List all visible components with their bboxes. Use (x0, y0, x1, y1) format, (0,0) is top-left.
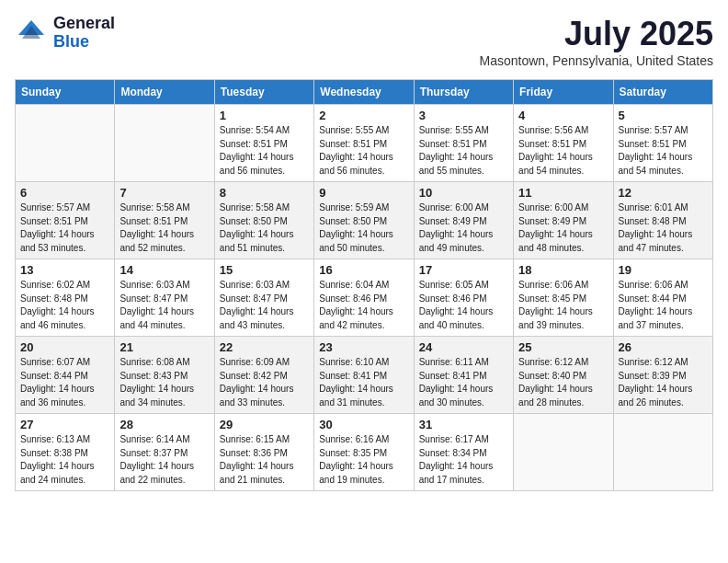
day-number: 26 (619, 340, 708, 354)
calendar-cell: 22Sunrise: 6:09 AMSunset: 8:42 PMDayligh… (214, 337, 313, 414)
weekday-header-sunday: Sunday (16, 80, 115, 105)
day-info: Sunrise: 6:00 AMSunset: 8:49 PMDaylight:… (419, 201, 508, 255)
logo: General Blue (15, 15, 115, 52)
day-number: 22 (220, 340, 309, 354)
calendar-cell: 16Sunrise: 6:04 AMSunset: 8:46 PMDayligh… (314, 259, 414, 337)
day-info: Sunrise: 6:06 AMSunset: 8:44 PMDaylight:… (619, 279, 708, 332)
calendar-cell: 6Sunrise: 5:57 AMSunset: 8:51 PMDaylight… (16, 182, 115, 259)
day-info: Sunrise: 6:14 AMSunset: 8:37 PMDaylight:… (119, 433, 209, 487)
day-number: 24 (419, 340, 508, 354)
calendar-cell: 13Sunrise: 6:02 AMSunset: 8:48 PMDayligh… (16, 259, 115, 337)
day-info: Sunrise: 6:03 AMSunset: 8:47 PMDaylight:… (220, 279, 309, 332)
day-number: 15 (220, 263, 309, 277)
calendar-cell: 27Sunrise: 6:13 AMSunset: 8:38 PMDayligh… (16, 414, 115, 491)
month-title: July 2025 (480, 15, 713, 53)
calendar-cell: 25Sunrise: 6:12 AMSunset: 8:40 PMDayligh… (514, 337, 613, 414)
calendar-cell (613, 414, 712, 491)
calendar-cell: 8Sunrise: 5:58 AMSunset: 8:50 PMDaylight… (214, 182, 313, 259)
day-info: Sunrise: 6:00 AMSunset: 8:49 PMDaylight:… (518, 201, 608, 255)
calendar-cell: 29Sunrise: 6:15 AMSunset: 8:36 PMDayligh… (214, 414, 313, 491)
calendar-cell: 7Sunrise: 5:58 AMSunset: 8:51 PMDaylight… (115, 182, 214, 259)
day-info: Sunrise: 5:57 AMSunset: 8:51 PMDaylight:… (619, 124, 708, 178)
calendar-cell (115, 105, 214, 182)
calendar-cell: 30Sunrise: 6:16 AMSunset: 8:35 PMDayligh… (314, 414, 414, 491)
location: Masontown, Pennsylvania, United States (480, 53, 713, 68)
logo-general: General (53, 15, 115, 33)
calendar-cell: 28Sunrise: 6:14 AMSunset: 8:37 PMDayligh… (115, 414, 214, 491)
calendar-cell: 18Sunrise: 6:06 AMSunset: 8:45 PMDayligh… (514, 259, 613, 337)
day-info: Sunrise: 6:12 AMSunset: 8:39 PMDaylight:… (619, 356, 708, 409)
calendar-cell: 19Sunrise: 6:06 AMSunset: 8:44 PMDayligh… (613, 259, 712, 337)
day-info: Sunrise: 6:10 AMSunset: 8:41 PMDaylight:… (319, 356, 408, 409)
day-number: 9 (319, 186, 408, 200)
calendar-cell: 9Sunrise: 5:59 AMSunset: 8:50 PMDaylight… (314, 182, 414, 259)
calendar-week-row: 1Sunrise: 5:54 AMSunset: 8:51 PMDaylight… (16, 105, 713, 182)
weekday-header-wednesday: Wednesday (314, 80, 414, 105)
day-number: 27 (20, 418, 109, 431)
calendar-cell: 11Sunrise: 6:00 AMSunset: 8:49 PMDayligh… (514, 182, 613, 259)
weekday-header-monday: Monday (115, 80, 214, 105)
day-info: Sunrise: 5:56 AMSunset: 8:51 PMDaylight:… (518, 124, 608, 178)
weekday-header-tuesday: Tuesday (214, 80, 313, 105)
calendar-cell: 2Sunrise: 5:55 AMSunset: 8:51 PMDaylight… (314, 105, 414, 182)
day-number: 16 (319, 263, 408, 277)
logo-blue: Blue (53, 33, 115, 52)
day-info: Sunrise: 6:08 AMSunset: 8:43 PMDaylight:… (119, 356, 209, 409)
calendar-cell: 23Sunrise: 6:10 AMSunset: 8:41 PMDayligh… (314, 337, 414, 414)
day-number: 19 (619, 263, 708, 277)
day-info: Sunrise: 5:58 AMSunset: 8:51 PMDaylight:… (119, 201, 209, 255)
day-info: Sunrise: 6:11 AMSunset: 8:41 PMDaylight:… (419, 356, 508, 409)
calendar-week-row: 20Sunrise: 6:07 AMSunset: 8:44 PMDayligh… (16, 337, 713, 414)
weekday-header-row: SundayMondayTuesdayWednesdayThursdayFrid… (16, 80, 713, 105)
calendar-cell: 3Sunrise: 5:55 AMSunset: 8:51 PMDaylight… (414, 105, 513, 182)
title-block: July 2025 Masontown, Pennsylvania, Unite… (480, 15, 713, 68)
day-number: 11 (518, 186, 608, 200)
day-number: 12 (619, 186, 708, 200)
logo-icon (15, 17, 48, 50)
day-number: 31 (419, 418, 508, 431)
day-info: Sunrise: 6:01 AMSunset: 8:48 PMDaylight:… (619, 201, 708, 255)
day-info: Sunrise: 5:57 AMSunset: 8:51 PMDaylight:… (20, 201, 109, 255)
day-info: Sunrise: 6:15 AMSunset: 8:36 PMDaylight:… (220, 433, 309, 487)
day-number: 1 (220, 109, 309, 122)
day-number: 2 (319, 109, 408, 122)
day-number: 23 (319, 340, 408, 354)
calendar-cell: 26Sunrise: 6:12 AMSunset: 8:39 PMDayligh… (613, 337, 712, 414)
calendar-cell: 17Sunrise: 6:05 AMSunset: 8:46 PMDayligh… (414, 259, 513, 337)
day-info: Sunrise: 6:04 AMSunset: 8:46 PMDaylight:… (319, 279, 408, 332)
calendar-cell: 14Sunrise: 6:03 AMSunset: 8:47 PMDayligh… (115, 259, 214, 337)
day-info: Sunrise: 6:05 AMSunset: 8:46 PMDaylight:… (419, 279, 508, 332)
day-number: 18 (518, 263, 608, 277)
day-number: 7 (119, 186, 209, 200)
calendar-cell: 20Sunrise: 6:07 AMSunset: 8:44 PMDayligh… (16, 337, 115, 414)
calendar-cell: 1Sunrise: 5:54 AMSunset: 8:51 PMDaylight… (214, 105, 313, 182)
logo-text: General Blue (53, 15, 115, 52)
weekday-header-saturday: Saturday (613, 80, 712, 105)
day-info: Sunrise: 6:03 AMSunset: 8:47 PMDaylight:… (119, 279, 209, 332)
day-number: 30 (319, 418, 408, 431)
weekday-header-friday: Friday (514, 80, 613, 105)
day-number: 4 (518, 109, 608, 122)
weekday-header-thursday: Thursday (414, 80, 513, 105)
day-info: Sunrise: 6:16 AMSunset: 8:35 PMDaylight:… (319, 433, 408, 487)
calendar-cell: 15Sunrise: 6:03 AMSunset: 8:47 PMDayligh… (214, 259, 313, 337)
day-number: 17 (419, 263, 508, 277)
calendar-cell: 12Sunrise: 6:01 AMSunset: 8:48 PMDayligh… (613, 182, 712, 259)
calendar-cell: 24Sunrise: 6:11 AMSunset: 8:41 PMDayligh… (414, 337, 513, 414)
day-number: 29 (220, 418, 309, 431)
day-number: 20 (20, 340, 109, 354)
calendar-week-row: 13Sunrise: 6:02 AMSunset: 8:48 PMDayligh… (16, 259, 713, 337)
day-info: Sunrise: 5:58 AMSunset: 8:50 PMDaylight:… (220, 201, 309, 255)
calendar-cell (16, 105, 115, 182)
day-info: Sunrise: 6:02 AMSunset: 8:48 PMDaylight:… (20, 279, 109, 332)
calendar-cell: 4Sunrise: 5:56 AMSunset: 8:51 PMDaylight… (514, 105, 613, 182)
calendar-cell: 31Sunrise: 6:17 AMSunset: 8:34 PMDayligh… (414, 414, 513, 491)
day-info: Sunrise: 6:13 AMSunset: 8:38 PMDaylight:… (20, 433, 109, 487)
day-number: 13 (20, 263, 109, 277)
calendar-week-row: 27Sunrise: 6:13 AMSunset: 8:38 PMDayligh… (16, 414, 713, 491)
day-info: Sunrise: 6:17 AMSunset: 8:34 PMDaylight:… (419, 433, 508, 487)
calendar-cell: 10Sunrise: 6:00 AMSunset: 8:49 PMDayligh… (414, 182, 513, 259)
day-number: 21 (119, 340, 209, 354)
calendar-week-row: 6Sunrise: 5:57 AMSunset: 8:51 PMDaylight… (16, 182, 713, 259)
day-number: 25 (518, 340, 608, 354)
